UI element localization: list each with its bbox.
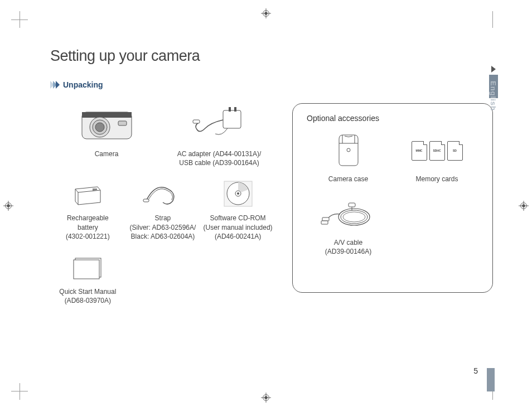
item-label: (User manual included) bbox=[200, 223, 275, 232]
case-icon bbox=[304, 131, 393, 170]
item-label: Camera case bbox=[304, 175, 393, 183]
crop-mark bbox=[20, 11, 31, 28]
item-label: (Silver: AD63-02596A/ bbox=[125, 223, 201, 232]
item-label: Quick Start Manual bbox=[50, 287, 125, 296]
item-camera: Camera bbox=[50, 103, 163, 167]
av-cable-icon bbox=[304, 195, 393, 234]
item-label: Strap bbox=[125, 214, 201, 223]
item-label: Software CD-ROM bbox=[200, 214, 275, 223]
svg-point-20 bbox=[95, 123, 104, 132]
svg-rect-39 bbox=[321, 221, 328, 224]
item-memory: MMC SDHC SD Memory cards bbox=[393, 131, 481, 183]
item-battery: Rechargeable battery (4302-001221) bbox=[50, 178, 125, 241]
item-strap: Strap (Silver: AD63-02596A/ Black: AD63-… bbox=[125, 178, 201, 241]
item-label: USB cable (AD39-00164A) bbox=[163, 158, 275, 167]
arrow-right-icon bbox=[491, 66, 496, 72]
svg-rect-25 bbox=[193, 120, 200, 123]
chevrons-icon bbox=[50, 81, 59, 89]
memory-cards-icon: MMC SDHC SD bbox=[393, 131, 481, 170]
item-label: battery bbox=[50, 223, 125, 232]
adapter-icon bbox=[163, 103, 275, 145]
item-label: A/V cable bbox=[304, 238, 393, 247]
optional-title: Optional accessories bbox=[307, 114, 481, 123]
item-cdrom: Software CD-ROM (User manual included) (… bbox=[200, 178, 275, 241]
item-label: (4302-001221) bbox=[50, 232, 125, 241]
page-tab-bar bbox=[487, 368, 495, 391]
item-label: Memory cards bbox=[393, 175, 481, 183]
registration-mark-icon bbox=[3, 201, 13, 211]
registration-mark-icon bbox=[261, 8, 271, 18]
item-label: Rechargeable bbox=[50, 214, 125, 223]
svg-point-36 bbox=[341, 210, 367, 224]
item-label: (AD68-03970A) bbox=[50, 296, 125, 305]
svg-point-31 bbox=[237, 192, 239, 195]
item-label: (AD39-00146A) bbox=[304, 247, 393, 256]
included-items: Camera AC adapter (AD44-00131A)/ bbox=[50, 103, 275, 316]
svg-rect-26 bbox=[93, 188, 97, 191]
item-label: AC adapter (AD44-00131A)/ bbox=[163, 149, 275, 158]
registration-mark-icon bbox=[261, 393, 271, 403]
svg-rect-38 bbox=[322, 217, 329, 221]
crop-mark bbox=[492, 11, 493, 28]
section-header: Unpacking bbox=[50, 80, 493, 89]
item-manual: Quick Start Manual (AD68-03970A) bbox=[50, 252, 125, 305]
svg-rect-17 bbox=[82, 112, 132, 118]
item-label: Black: AD63-02604A) bbox=[125, 232, 201, 241]
camera-icon bbox=[50, 103, 163, 145]
item-av-cable: A/V cable (AD39-00146A) bbox=[304, 195, 393, 256]
svg-rect-21 bbox=[118, 121, 127, 125]
svg-rect-33 bbox=[74, 260, 99, 279]
strap-icon bbox=[125, 178, 201, 209]
item-label: (AD46-00241A) bbox=[200, 232, 275, 241]
svg-rect-27 bbox=[143, 199, 149, 202]
item-adapter: AC adapter (AD44-00131A)/ USB cable (AD3… bbox=[163, 103, 275, 167]
registration-mark-icon bbox=[519, 201, 529, 211]
svg-point-37 bbox=[343, 212, 365, 222]
svg-rect-23 bbox=[229, 107, 231, 112]
item-case: Camera case bbox=[304, 131, 393, 183]
battery-icon bbox=[50, 178, 125, 209]
cd-icon bbox=[200, 178, 275, 209]
page-number: 5 bbox=[473, 366, 478, 375]
language-tab: English bbox=[489, 81, 497, 111]
svg-rect-22 bbox=[223, 110, 241, 128]
item-label: Camera bbox=[50, 149, 163, 158]
optional-accessories: Optional accessories Camera bbox=[292, 103, 493, 316]
page-title: Setting up your camera bbox=[50, 47, 493, 65]
manual-icon bbox=[50, 252, 125, 283]
svg-rect-40 bbox=[349, 203, 355, 207]
section-title: Unpacking bbox=[63, 80, 103, 89]
svg-rect-24 bbox=[234, 107, 236, 112]
page-content: Setting up your camera Unpacking bbox=[50, 47, 493, 383]
crop-mark bbox=[20, 383, 20, 400]
